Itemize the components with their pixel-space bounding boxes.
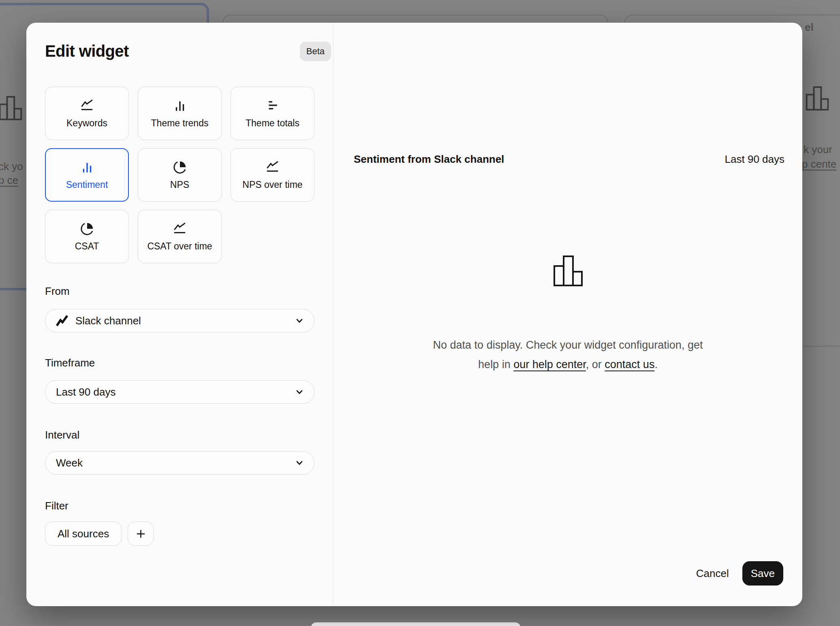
add-filter-button[interactable] xyxy=(128,522,154,546)
trend-line-icon xyxy=(266,160,280,174)
bar-chart-outline-icon xyxy=(553,255,584,287)
cancel-button[interactable]: Cancel xyxy=(696,567,729,580)
no-data-message: No data to display. Check your widget co… xyxy=(365,335,771,374)
help-center-link[interactable]: our help center xyxy=(513,358,586,370)
from-value: Slack channel xyxy=(75,315,295,327)
preview-header: Sentiment from Slack channel Last 90 day… xyxy=(354,153,784,166)
no-data-line1: No data to display. Check your widget co… xyxy=(433,339,703,351)
trend-line-icon xyxy=(173,222,187,236)
chevron-down-icon xyxy=(295,387,304,397)
widget-type-label: CSAT over time xyxy=(147,241,212,251)
no-data-mid: , or xyxy=(586,358,605,370)
filter-value: All sources xyxy=(58,528,109,540)
widget-type-label: CSAT xyxy=(75,241,99,251)
activity-icon xyxy=(56,315,68,327)
contact-us-link[interactable]: contact us xyxy=(605,358,654,370)
chevron-down-icon xyxy=(295,458,304,468)
screen: el ck yo p ce k your p cente Edit widget… xyxy=(0,0,840,626)
save-button[interactable]: Save xyxy=(742,561,783,586)
timeframe-value: Last 90 days xyxy=(56,386,295,398)
widget-type-label: Sentiment xyxy=(66,179,108,190)
modal-footer: Cancel Save xyxy=(696,561,783,586)
horizontal-bars-icon xyxy=(266,99,280,113)
preview-title: Sentiment from Slack channel xyxy=(354,153,504,166)
modal-title: Edit widget xyxy=(45,42,129,60)
widget-type-theme-trends[interactable]: Theme trends xyxy=(138,87,222,140)
preview-timeframe: Last 90 days xyxy=(725,153,784,166)
no-data-suffix: . xyxy=(654,358,658,370)
timeframe-label: Timeframe xyxy=(45,356,95,369)
no-data-line2-prefix: help in xyxy=(478,358,513,370)
edit-widget-modal: Edit widget Beta Keywords Theme xyxy=(26,23,802,606)
filter-row: All sources xyxy=(45,522,154,546)
widget-type-csat[interactable]: CSAT xyxy=(45,210,129,263)
widget-type-keywords[interactable]: Keywords xyxy=(45,87,129,140)
widget-type-csat-over-time[interactable]: CSAT over time xyxy=(138,210,222,263)
widget-type-grid: Keywords Theme trends Theme totals xyxy=(45,87,314,263)
from-select[interactable]: Slack channel xyxy=(45,309,314,332)
widget-type-theme-totals[interactable]: Theme totals xyxy=(231,87,314,140)
widget-type-label: Theme totals xyxy=(246,118,299,128)
timeframe-select[interactable]: Last 90 days xyxy=(45,380,314,404)
beta-badge-label: Beta xyxy=(306,46,325,57)
widget-type-label: NPS xyxy=(170,179,189,190)
widget-preview-panel: Sentiment from Slack channel Last 90 day… xyxy=(333,23,802,606)
pie-chart-icon xyxy=(80,222,94,236)
bar-chart-icon xyxy=(173,99,187,113)
widget-type-nps[interactable]: NPS xyxy=(138,148,222,202)
pie-chart-icon xyxy=(173,160,187,174)
bar-chart-icon xyxy=(80,160,94,174)
from-label: From xyxy=(45,285,70,298)
modal-header: Edit widget Beta xyxy=(45,42,331,61)
filter-all-sources-button[interactable]: All sources xyxy=(45,522,122,546)
widget-type-nps-over-time[interactable]: NPS over time xyxy=(231,148,314,202)
widget-type-sentiment[interactable]: Sentiment xyxy=(45,148,129,202)
filter-label: Filter xyxy=(45,499,68,512)
interval-select[interactable]: Week xyxy=(45,451,314,475)
bottom-toolbar-peek xyxy=(311,622,521,626)
widget-type-label: Theme trends xyxy=(151,118,209,128)
widget-type-label: Keywords xyxy=(66,118,107,128)
chevron-down-icon xyxy=(295,316,304,326)
beta-badge: Beta xyxy=(300,42,331,61)
trend-line-icon xyxy=(80,99,94,113)
widget-type-label: NPS over time xyxy=(242,179,302,190)
interval-value: Week xyxy=(56,457,295,469)
interval-label: Interval xyxy=(45,428,79,441)
plus-icon xyxy=(135,528,146,539)
